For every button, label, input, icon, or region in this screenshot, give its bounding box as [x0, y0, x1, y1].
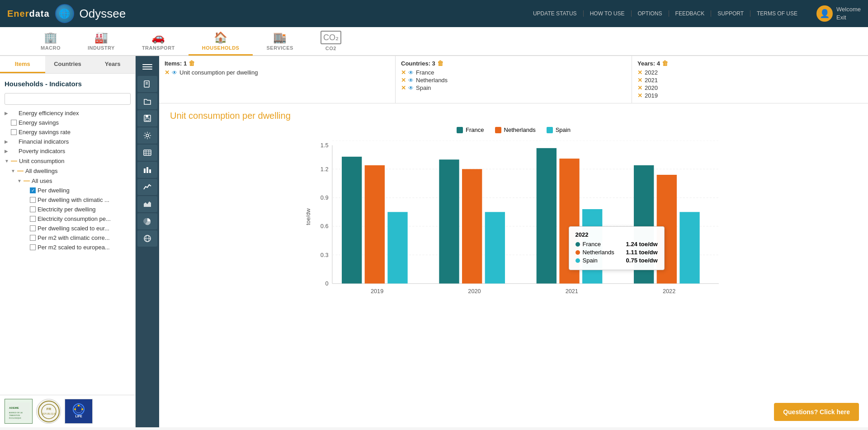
- country-spain-remove[interactable]: ✕: [401, 84, 406, 91]
- toolbar-table-button[interactable]: [137, 145, 157, 161]
- industry-icon: 🏭: [94, 31, 108, 44]
- top-nav: UPDATE STATUS HOW TO USE OPTIONS FEEDBAC…: [527, 10, 804, 17]
- tooltip-value-netherlands: 1.11 toe/dw: [626, 249, 658, 256]
- logo-ademe: ADEME AGENCE DE LA TRANSITION ÉCOLOGIQUE: [5, 399, 33, 424]
- year-2022-remove[interactable]: ✕: [637, 69, 642, 76]
- bar-2019-france[interactable]: [342, 157, 362, 284]
- legend-label-netherlands: Netherlands: [504, 126, 536, 133]
- sidebar-tab-items[interactable]: Items: [0, 56, 45, 73]
- svg-text:REPUBLIQUE: REPUBLIQUE: [41, 412, 56, 415]
- x-label-2022: 2022: [663, 288, 675, 294]
- country-netherlands-eye[interactable]: 👁: [408, 77, 414, 84]
- bar-2019-netherlands[interactable]: [365, 165, 385, 284]
- tooltip-row-spain: Spain 0.75 toe/dw: [576, 257, 658, 264]
- tab-services[interactable]: 🏬 SERVICES: [253, 28, 307, 56]
- toolbar-open-button[interactable]: [137, 93, 157, 109]
- tree-item-electricity-per-dwelling[interactable]: Electricity per dwelling: [5, 205, 131, 214]
- hamburger-button[interactable]: [137, 59, 157, 75]
- checkbox-energy-savings-rate[interactable]: [11, 129, 17, 135]
- questions-button[interactable]: Questions? Click here: [774, 403, 859, 421]
- tree-item-per-m2-climatic[interactable]: Per m2 with climatic corre...: [5, 233, 131, 243]
- country-france-eye[interactable]: 👁: [408, 70, 414, 76]
- tree-item-per-dwelling-scaled[interactable]: Per dwelling scaled to eur...: [5, 224, 131, 233]
- nav-options[interactable]: OPTIONS: [632, 10, 669, 17]
- tree-item-per-m2-scaled[interactable]: Per m2 scaled to europea...: [5, 243, 131, 252]
- bar-2020-netherlands[interactable]: [462, 169, 482, 283]
- nav-feedback[interactable]: FEEDBACK: [669, 10, 712, 17]
- toolbar-area-chart-button[interactable]: [137, 196, 157, 212]
- tree-item-poverty-indicators[interactable]: ▶ Poverty indicators: [5, 146, 131, 156]
- year-item-2022: ✕ 2022: [637, 69, 863, 76]
- svg-point-13: [74, 408, 76, 410]
- chart-legend: France Netherlands Spain: [170, 126, 857, 133]
- years-col: Years: 4 🗑 ✕ 2022 ✕ 2021 ✕ 2020 ✕ 201: [632, 56, 868, 103]
- items-remove-btn[interactable]: ✕: [165, 69, 170, 76]
- checkbox-electricity-consumption[interactable]: [30, 216, 36, 222]
- tree-item-per-dwelling[interactable]: ✓ Per dwelling: [5, 186, 131, 195]
- toolbar: [136, 56, 159, 427]
- user-avatar[interactable]: 👤: [816, 5, 833, 22]
- country-netherlands-remove[interactable]: ✕: [401, 77, 406, 84]
- tree-item-financial-indicators[interactable]: ▶ Financial indicators: [5, 137, 131, 146]
- country-france-remove[interactable]: ✕: [401, 69, 406, 76]
- tab-co2[interactable]: CO₂ CO2: [307, 27, 355, 56]
- tree-item-energy-savings-rate[interactable]: Energy savings rate: [5, 127, 131, 137]
- toolbar-globe-button[interactable]: [137, 230, 157, 247]
- tree-item-unit-consumption[interactable]: ▼ — Unit consumption: [5, 156, 131, 166]
- nav-support[interactable]: SUPPORT: [711, 10, 750, 17]
- checkbox-per-dwelling-climatic[interactable]: [30, 197, 36, 203]
- bar-2022-spain[interactable]: [679, 212, 699, 283]
- toolbar-line-chart-button[interactable]: [137, 179, 157, 195]
- selection-bar: Items: 1 🗑 ✕ 👁 Unit consumption per dwel…: [159, 56, 868, 103]
- checkbox-per-dwelling[interactable]: ✓: [30, 187, 36, 193]
- svg-text:TRANSITION: TRANSITION: [9, 414, 20, 416]
- bar-2020-spain[interactable]: [485, 212, 505, 283]
- year-2021-remove[interactable]: ✕: [637, 77, 642, 84]
- tree-item-energy-efficiency-index[interactable]: ▶ Energy efficiency index: [5, 108, 131, 118]
- toolbar-new-button[interactable]: [137, 76, 157, 92]
- tree-item-electricity-consumption[interactable]: Electricity consumption pe...: [5, 214, 131, 224]
- items-eye-icon[interactable]: 👁: [172, 70, 177, 76]
- year-2020-remove[interactable]: ✕: [637, 84, 642, 91]
- tree-item-all-dwellings[interactable]: ▼ — All dwellings: [5, 166, 131, 176]
- toolbar-save-button[interactable]: [137, 110, 157, 126]
- nav-how-to-use[interactable]: HOW TO USE: [584, 10, 632, 17]
- svg-text:AGENCE DE LA: AGENCE DE LA: [9, 411, 23, 414]
- bar-2020-france[interactable]: [439, 159, 459, 283]
- nav-update-status[interactable]: UPDATE STATUS: [527, 10, 584, 17]
- countries-trash-icon[interactable]: 🗑: [437, 60, 443, 67]
- checkbox-per-m2-scaled[interactable]: [30, 244, 36, 250]
- toolbar-settings-button[interactable]: [137, 127, 157, 144]
- country-spain-eye[interactable]: 👁: [408, 85, 414, 91]
- tab-households[interactable]: 🏠 HOUSEHOLDS: [189, 28, 253, 56]
- legend-label-france: France: [466, 126, 484, 133]
- tree-item-energy-savings[interactable]: Energy savings: [5, 118, 131, 127]
- sidebar-tab-countries[interactable]: Countries: [45, 56, 90, 73]
- tab-transport[interactable]: 🚗 TRANSPORT: [128, 28, 189, 56]
- nav-terms[interactable]: TERMS OF USE: [750, 10, 804, 17]
- items-trash-icon[interactable]: 🗑: [189, 60, 195, 67]
- tree-item-per-dwelling-climatic[interactable]: Per dwelling with climatic ...: [5, 195, 131, 205]
- checkbox-energy-savings[interactable]: [11, 120, 17, 126]
- svg-text:0: 0: [325, 280, 328, 287]
- checkbox-per-dwelling-scaled[interactable]: [30, 225, 36, 231]
- sidebar-search-input[interactable]: [5, 93, 131, 105]
- tree-item-all-uses[interactable]: ▼ — All uses: [5, 176, 131, 186]
- exit-button[interactable]: Exit: [836, 14, 861, 22]
- tooltip-year: 2022: [576, 231, 658, 238]
- bar-2019-spain[interactable]: [387, 212, 407, 283]
- toolbar-bar-chart-button[interactable]: [137, 162, 157, 178]
- sidebar-tab-years[interactable]: Years: [90, 56, 135, 73]
- tab-macro[interactable]: 🏢 MACRO: [27, 28, 74, 56]
- year-2019-remove[interactable]: ✕: [637, 92, 642, 99]
- years-trash-icon[interactable]: 🗑: [662, 60, 668, 67]
- tab-industry[interactable]: 🏭 INDUSTRY: [74, 28, 128, 56]
- bar-2021-france[interactable]: [537, 148, 557, 284]
- toolbar-pie-chart-button[interactable]: [137, 213, 157, 229]
- checkbox-per-m2-climatic[interactable]: [30, 235, 36, 241]
- legend-france: France: [457, 126, 484, 133]
- legend-dot-france: [457, 127, 463, 133]
- tooltip-row-netherlands: Netherlands 1.11 toe/dw: [576, 249, 658, 256]
- checkbox-electricity-per-dwelling[interactable]: [30, 206, 36, 212]
- countries-header-label: Countries: 3: [401, 60, 435, 67]
